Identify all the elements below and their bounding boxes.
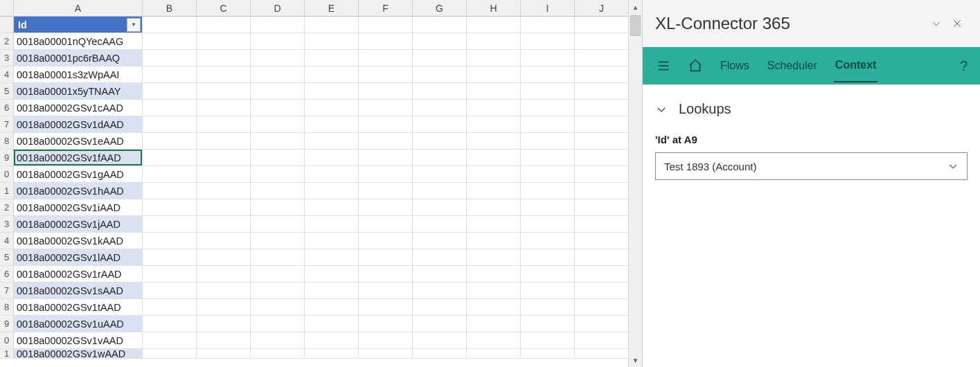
cell[interactable]: [521, 33, 575, 50]
cell[interactable]: [467, 299, 521, 316]
cell[interactable]: [251, 283, 305, 299]
cell[interactable]: [575, 166, 629, 183]
cell[interactable]: [251, 199, 305, 216]
cell[interactable]: [305, 183, 359, 199]
cell[interactable]: [467, 199, 521, 216]
cell[interactable]: [143, 33, 197, 50]
cell[interactable]: [521, 299, 575, 316]
cell[interactable]: [575, 150, 629, 166]
row-number[interactable]: 2: [0, 33, 14, 50]
cell[interactable]: [467, 216, 521, 233]
cell-id[interactable]: Id▼: [14, 17, 143, 33]
cell[interactable]: [197, 266, 251, 283]
cell[interactable]: [467, 133, 521, 150]
row-number[interactable]: [0, 17, 14, 33]
column-header-I[interactable]: I: [521, 0, 575, 17]
cell[interactable]: [575, 283, 629, 299]
cell[interactable]: [521, 17, 575, 33]
cell[interactable]: [251, 216, 305, 233]
column-header-B[interactable]: B: [143, 0, 197, 17]
cell[interactable]: [143, 249, 197, 266]
cell-id[interactable]: 0018a00002GSv1cAAD: [14, 100, 143, 116]
cell[interactable]: [467, 283, 521, 299]
cell[interactable]: [413, 66, 467, 83]
lookup-dropdown[interactable]: Test 1893 (Account): [655, 152, 968, 180]
scroll-up-button[interactable]: ▲: [629, 0, 642, 14]
cell[interactable]: [197, 83, 251, 100]
cell[interactable]: [197, 332, 251, 349]
row-number[interactable]: 1: [0, 349, 14, 359]
row-number[interactable]: 5: [0, 249, 14, 266]
cell[interactable]: [575, 249, 629, 266]
cell[interactable]: [143, 66, 197, 83]
cell[interactable]: [413, 266, 467, 283]
cell[interactable]: [251, 249, 305, 266]
cell-id[interactable]: 0018a00002GSv1fAAD: [14, 150, 143, 166]
cell[interactable]: [521, 116, 575, 133]
cell[interactable]: [251, 116, 305, 133]
column-header-E[interactable]: E: [305, 0, 359, 17]
cell[interactable]: [197, 316, 251, 332]
cell[interactable]: [575, 50, 629, 66]
cell[interactable]: [251, 17, 305, 33]
cell[interactable]: [305, 150, 359, 166]
cell[interactable]: [305, 133, 359, 150]
cell[interactable]: [197, 50, 251, 66]
cell[interactable]: [251, 233, 305, 249]
cell[interactable]: [197, 150, 251, 166]
cell-id[interactable]: 0018a00002GSv1gAAD: [14, 166, 143, 183]
cell-id[interactable]: 0018a00002GSv1jAAD: [14, 216, 143, 233]
cell[interactable]: [359, 199, 413, 216]
cell-id[interactable]: 0018a00001s3zWpAAI: [14, 66, 143, 83]
cell-id[interactable]: 0018a00002GSv1iAAD: [14, 199, 143, 216]
cell[interactable]: [521, 316, 575, 332]
cell[interactable]: [143, 50, 197, 66]
cell-id[interactable]: 0018a00002GSv1hAAD: [14, 183, 143, 199]
cell[interactable]: [521, 332, 575, 349]
cell-id[interactable]: 0018a00002GSv1wAAD: [14, 349, 143, 359]
cell[interactable]: [575, 100, 629, 116]
row-number[interactable]: 4: [0, 233, 14, 249]
cell[interactable]: [305, 332, 359, 349]
cell[interactable]: [359, 283, 413, 299]
cell[interactable]: [251, 66, 305, 83]
cell[interactable]: [575, 183, 629, 199]
column-header-D[interactable]: D: [251, 0, 305, 17]
cell[interactable]: [521, 283, 575, 299]
row-number[interactable]: 3: [0, 50, 14, 66]
cell[interactable]: [143, 299, 197, 316]
section-lookups-toggle[interactable]: Lookups: [655, 101, 968, 117]
cell[interactable]: [251, 332, 305, 349]
cell-id[interactable]: 0018a00002GSv1eAAD: [14, 133, 143, 150]
cell[interactable]: [197, 17, 251, 33]
column-header-H[interactable]: H: [467, 0, 521, 17]
column-header-G[interactable]: G: [413, 0, 467, 17]
cell[interactable]: [359, 17, 413, 33]
cell[interactable]: [575, 83, 629, 100]
cell[interactable]: [575, 199, 629, 216]
cell[interactable]: [305, 316, 359, 332]
row-number[interactable]: 6: [0, 266, 14, 283]
cell[interactable]: [197, 349, 251, 359]
cell[interactable]: [413, 183, 467, 199]
cell[interactable]: [413, 332, 467, 349]
cell[interactable]: [575, 332, 629, 349]
cell[interactable]: [305, 283, 359, 299]
cell[interactable]: [467, 17, 521, 33]
cell[interactable]: [143, 83, 197, 100]
cell[interactable]: [359, 249, 413, 266]
cell[interactable]: [467, 150, 521, 166]
collapse-icon[interactable]: [926, 13, 947, 34]
tab-flows[interactable]: Flows: [719, 50, 751, 82]
cell[interactable]: [413, 199, 467, 216]
cell[interactable]: [305, 249, 359, 266]
cell[interactable]: [305, 17, 359, 33]
row-number[interactable]: 9: [0, 150, 14, 166]
column-header-C[interactable]: C: [197, 0, 251, 17]
cell[interactable]: [413, 150, 467, 166]
cell[interactable]: [305, 83, 359, 100]
cell-id[interactable]: 0018a00002GSv1lAAD: [14, 249, 143, 266]
cell-id[interactable]: 0018a00002GSv1dAAD: [14, 116, 143, 133]
home-icon[interactable]: [687, 57, 704, 74]
cell[interactable]: [467, 166, 521, 183]
